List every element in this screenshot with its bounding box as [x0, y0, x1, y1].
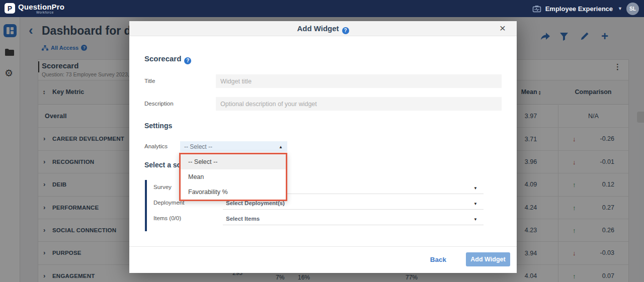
items-select[interactable]: Select Items ▼: [223, 214, 484, 225]
modal-footer: Back Add Widget: [129, 246, 517, 273]
description-field-label: Description: [144, 101, 174, 107]
dropdown-option-favorability[interactable]: Favorability %: [181, 184, 286, 200]
items-field-label: Items (0/0): [153, 215, 181, 221]
dropdown-option-select[interactable]: -- Select --: [181, 154, 286, 169]
dropdown-option-mean[interactable]: Mean: [181, 169, 286, 184]
brand-name[interactable]: QuestionPro: [18, 3, 64, 11]
title-field-label: Title: [144, 78, 155, 84]
modal-title: Add Widget: [297, 24, 339, 33]
source-accent-bar: [145, 180, 147, 231]
description-input[interactable]: Optional description of your widget: [216, 97, 502, 111]
widget-type-heading: Scorecard: [144, 54, 181, 63]
app-root: P QuestionPro Workforce Employee Experie…: [0, 0, 644, 282]
add-widget-modal: Add Widget? × Scorecard? Title Widget ti…: [129, 21, 517, 273]
product-switcher[interactable]: Employee Experience: [545, 5, 613, 13]
scorecard-help-icon[interactable]: ?: [184, 57, 191, 64]
caret-up-icon: ▲: [279, 145, 283, 149]
add-widget-button[interactable]: Add Widget: [466, 252, 510, 266]
modal-header: Add Widget? ×: [129, 21, 517, 36]
questionpro-logo-icon[interactable]: P: [5, 3, 15, 14]
settings-heading: Settings: [144, 122, 172, 130]
caret-down-icon: ▼: [473, 217, 477, 222]
modal-help-icon[interactable]: ?: [342, 27, 349, 34]
top-navigation-bar: P QuestionPro Workforce Employee Experie…: [0, 0, 644, 17]
analytics-field-label: Analytics: [144, 143, 168, 149]
caret-down-icon: ▼: [473, 186, 477, 191]
caret-down-icon: ▼: [473, 202, 477, 206]
analytics-select[interactable]: -- Select -- ▲: [180, 141, 287, 152]
close-icon[interactable]: ×: [500, 22, 506, 34]
back-button[interactable]: Back: [430, 256, 446, 263]
product-caret-icon[interactable]: ▼: [618, 6, 622, 11]
brand-subtitle: Workforce: [36, 11, 54, 14]
title-input[interactable]: Widget title: [216, 74, 502, 88]
briefcase-pulse-icon: [532, 5, 541, 13]
user-avatar[interactable]: SL: [626, 3, 639, 15]
analytics-dropdown-panel: -- Select -- Mean Favorability %: [179, 153, 287, 201]
survey-field-label: Survey: [153, 184, 172, 190]
